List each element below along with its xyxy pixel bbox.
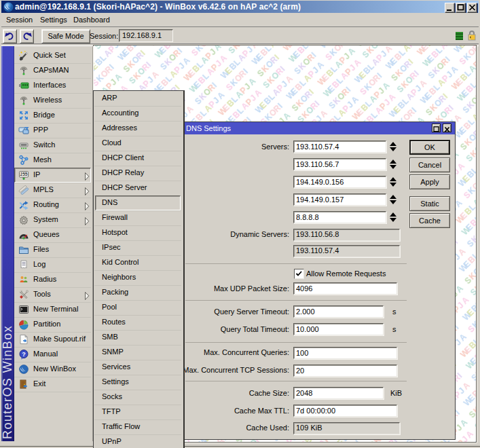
svg-text:?: ? [22, 351, 26, 358]
svg-text:255: 255 [20, 172, 28, 176]
